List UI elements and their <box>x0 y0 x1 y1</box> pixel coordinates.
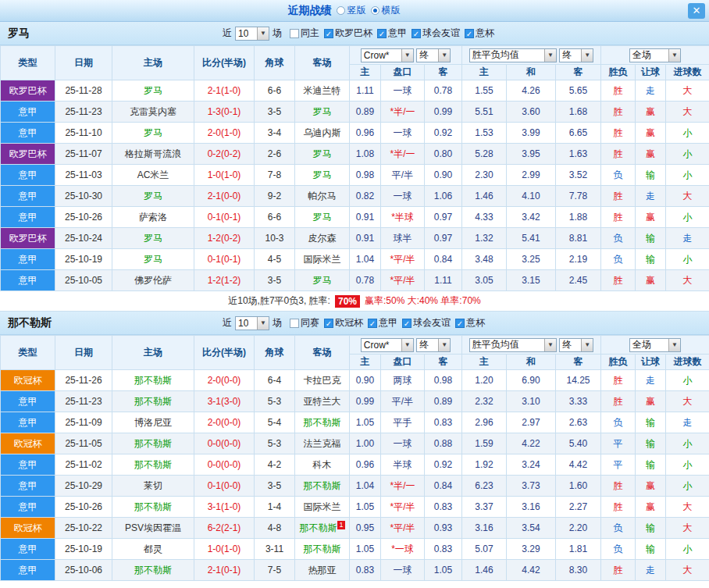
result-cell: 负 <box>601 228 636 249</box>
odds-company-select[interactable]: Crow*▼ <box>361 338 414 352</box>
handicap-cell: *平/半 <box>381 249 425 270</box>
odds-home-cell: 0.91 <box>350 228 381 249</box>
odds-final-select[interactable]: 终▼ <box>416 48 451 62</box>
col-header-away: 客场 <box>295 336 350 370</box>
eu-draw-cell: 3.16 <box>507 497 556 518</box>
away-team-cell: 皮尔森 <box>295 228 350 249</box>
europe-avg-select[interactable]: 胜平负均值▼ <box>469 48 557 62</box>
radio-horizontal-layout[interactable]: 横版 <box>371 4 401 17</box>
close-button[interactable]: ✕ <box>688 3 705 19</box>
table-row: 意甲 25-10-26 那不勒斯 3-1(1-0) 1-4 国际米兰 1.05 … <box>1 497 709 518</box>
filter-checkbox-意杯[interactable]: ✓意杯 <box>455 316 485 330</box>
odds-final-select[interactable]: 终▼ <box>416 338 451 352</box>
radio-vertical-layout[interactable]: 竖版 <box>337 4 366 17</box>
eu-away-cell: 5.40 <box>556 433 601 454</box>
home-team-cell: 那不勒斯 <box>112 391 194 412</box>
odds-away-cell: 0.83 <box>425 412 462 433</box>
filter-checkbox-欧冠杯[interactable]: ✓欧冠杯 <box>324 316 363 330</box>
filter-checkbox-同主[interactable]: 同主 <box>290 27 319 40</box>
col-header-date: 日期 <box>55 46 112 80</box>
match-count-select[interactable]: 10 ▼ <box>235 27 269 41</box>
table-row: 意甲 25-10-30 罗马 2-1(0-0) 9-2 帕尔马 0.82 一球 … <box>1 186 709 207</box>
odds-home-cell: 1.11 <box>350 80 381 102</box>
radio-horizontal-label: 横版 <box>382 4 401 17</box>
scope-select[interactable]: 全场▼ <box>629 48 681 62</box>
filter-checkbox-球会友谊[interactable]: ✓球会友谊 <box>402 316 451 330</box>
table-row: 欧罗巴杯 25-11-28 罗马 2-1(1-0) 6-6 米迪兰特 1.11 … <box>1 80 709 102</box>
odds-away-cell: 1.05 <box>425 560 462 581</box>
home-team-cell: 莱切 <box>112 476 194 497</box>
goals-result-cell: 小 <box>666 370 709 391</box>
odds-home-cell: 0.99 <box>350 391 381 412</box>
eu-away-cell: 6.65 <box>556 123 601 144</box>
goals-result-cell: 小 <box>666 165 709 186</box>
odds-home-cell: 0.96 <box>350 454 381 476</box>
date-cell: 25-11-07 <box>55 144 112 165</box>
goals-result-cell: 小 <box>666 249 709 270</box>
handicap-cell: 一球 <box>381 80 425 102</box>
away-team-cell: 乌迪内斯 <box>295 123 350 144</box>
handicap-cell: *一球 <box>381 539 425 560</box>
close-icon: ✕ <box>693 5 701 16</box>
checkbox-checked-icon: ✓ <box>402 319 412 328</box>
eu-draw-cell: 3.29 <box>507 539 556 560</box>
scope-select[interactable]: 全场▼ <box>629 338 681 352</box>
table-row: 意甲 25-10-26 萨索洛 0-1(0-1) 6-6 罗马 0.91 *半球… <box>1 207 709 228</box>
odds-away-cell: 0.97 <box>425 228 462 249</box>
col-header-type: 类型 <box>1 336 55 370</box>
odds-away-cell: 0.78 <box>425 80 462 102</box>
filter-unit-label: 场 <box>273 27 282 40</box>
away-team-cell: 科木 <box>295 454 350 476</box>
handicap-result-cell: 输 <box>636 228 666 249</box>
eu-home-cell: 2.30 <box>462 165 507 186</box>
odds-away-cell: 0.98 <box>425 370 462 391</box>
eu-away-cell: 2.20 <box>556 518 601 539</box>
result-cell: 胜 <box>601 370 636 391</box>
home-team-cell: 罗马 <box>112 123 194 144</box>
odds-home-cell: 0.78 <box>350 270 381 291</box>
eu-home-cell: 1.20 <box>462 370 507 391</box>
date-cell: 25-10-24 <box>55 228 112 249</box>
col-header-handicap-result: 让球 <box>636 65 666 80</box>
corner-cell: 4-5 <box>255 249 295 270</box>
results-tbody: 欧冠杯 25-11-26 那不勒斯 2-0(0-0) 6-4 卡拉巴克 0.90… <box>1 370 709 581</box>
handicap-result-cell: 赢 <box>636 102 666 123</box>
filter-checkbox-意甲[interactable]: ✓意甲 <box>377 27 407 40</box>
filter-checkbox-同赛[interactable]: 同赛 <box>290 316 319 330</box>
handicap-cell: *半/一 <box>381 144 425 165</box>
date-cell: 25-11-05 <box>55 433 112 454</box>
league-cell: 意甲 <box>1 497 55 518</box>
score-cell: 1-2(0-2) <box>194 228 255 249</box>
handicap-result-cell: 输 <box>636 249 666 270</box>
odds-away-cell: 0.97 <box>425 207 462 228</box>
table-row: 意甲 25-10-29 莱切 0-1(0-0) 3-5 那不勒斯 1.04 *半… <box>1 476 709 497</box>
col-header-result: 胜负 <box>601 65 636 80</box>
eu-home-cell: 3.05 <box>462 270 507 291</box>
chevron-down-icon: ▼ <box>257 317 269 330</box>
filter-checkbox-欧罗巴杯[interactable]: ✓欧罗巴杯 <box>324 27 372 40</box>
europe-avg-select[interactable]: 胜平负均值▼ <box>469 338 557 352</box>
filter-checkbox-意杯[interactable]: ✓意杯 <box>465 27 494 40</box>
handicap-result-cell: 输 <box>636 518 666 539</box>
date-cell: 25-10-26 <box>55 207 112 228</box>
odds-away-cell: 0.83 <box>425 539 462 560</box>
score-cell: 2-0(0-0) <box>194 412 255 433</box>
league-cell: 欧冠杯 <box>1 370 55 391</box>
match-count-select[interactable]: 10 ▼ <box>235 316 269 330</box>
odds-home-cell: 1.08 <box>350 144 381 165</box>
section-header: 罗马 近 10 ▼ 场 同主✓欧罗巴杯✓意甲✓球会友谊✓意杯 <box>0 22 709 45</box>
europe-final-select[interactable]: 终▼ <box>559 48 593 62</box>
home-team-cell: 克雷莫内塞 <box>112 102 194 123</box>
filter-checkbox-意甲[interactable]: ✓意甲 <box>368 316 397 330</box>
away-team-cell: 罗马 <box>295 102 350 123</box>
home-team-cell: 萨索洛 <box>112 207 194 228</box>
home-team-cell: 那不勒斯 <box>112 497 194 518</box>
filter-label: 意甲 <box>388 27 407 40</box>
eu-away-cell: 1.88 <box>556 207 601 228</box>
eu-home-cell: 1.55 <box>462 80 507 102</box>
filter-checkbox-球会友谊[interactable]: ✓球会友谊 <box>412 27 460 40</box>
europe-final-select[interactable]: 终▼ <box>559 338 593 352</box>
table-row: 欧罗巴杯 25-10-24 罗马 1-2(0-2) 10-3 皮尔森 0.91 … <box>1 228 709 249</box>
odds-company-select[interactable]: Crow*▼ <box>361 48 414 62</box>
goals-result-cell: 小 <box>666 144 709 165</box>
